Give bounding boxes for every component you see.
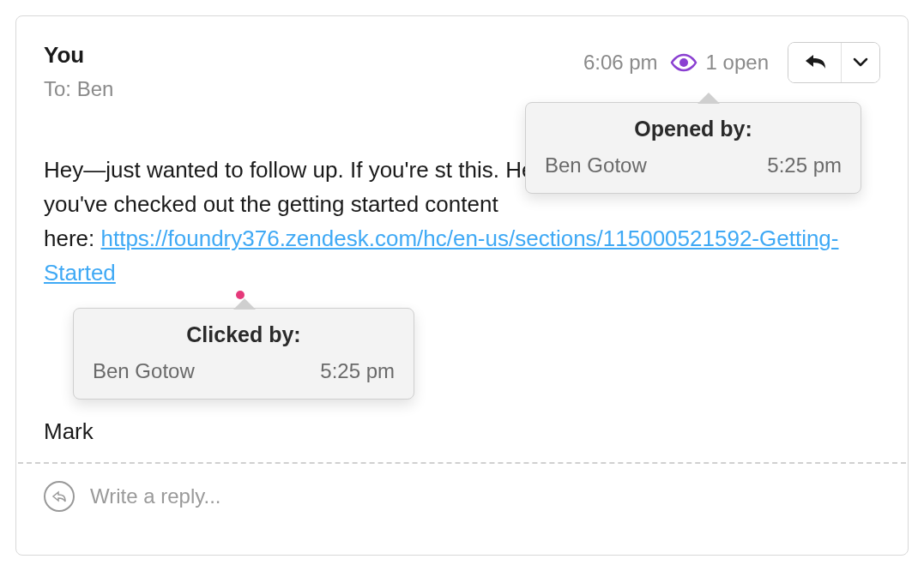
sender-block: You To: Ben (44, 42, 113, 101)
open-tracking[interactable]: 1 open (670, 51, 769, 75)
sender-name: You (44, 42, 113, 69)
clicked-by-name: Ben Gotow (93, 359, 195, 383)
reply-area[interactable]: Write a reply... (16, 464, 908, 529)
action-button-group (788, 42, 880, 83)
recipient-line: To: Ben (44, 77, 113, 101)
clicked-by-title: Clicked by: (93, 322, 395, 347)
reply-arrow-icon (803, 51, 827, 74)
clicked-by-popover: Clicked by: Ben Gotow 5:25 pm (73, 308, 414, 400)
reply-placeholder: Write a reply... (90, 484, 220, 508)
clicked-by-row: Ben Gotow 5:25 pm (93, 359, 395, 383)
reply-circle-icon (44, 481, 75, 512)
email-header: You To: Ben 6:06 pm 1 open (16, 16, 908, 101)
opened-by-time: 5:25 pm (767, 153, 842, 177)
opened-by-title: Opened by: (545, 117, 842, 141)
email-card: You To: Ben 6:06 pm 1 open (15, 15, 909, 556)
eye-icon (670, 53, 698, 72)
opened-by-name: Ben Gotow (545, 153, 647, 177)
clicked-by-time: 5:25 pm (320, 359, 395, 383)
signature: Mark (16, 393, 908, 445)
chevron-down-icon (853, 55, 868, 70)
header-meta: 6:06 pm 1 open (583, 42, 880, 83)
reply-button[interactable] (788, 43, 842, 82)
opened-by-popover: Opened by: Ben Gotow 5:25 pm (525, 102, 861, 194)
sent-time: 6:06 pm (583, 51, 658, 75)
tracked-link[interactable]: https://foundry376.zendesk.com/hc/en-us/… (44, 225, 838, 286)
svg-point-0 (679, 58, 688, 67)
opened-by-row: Ben Gotow 5:25 pm (545, 153, 842, 177)
more-actions-button[interactable] (842, 43, 879, 82)
open-count-label: 1 open (706, 51, 769, 75)
